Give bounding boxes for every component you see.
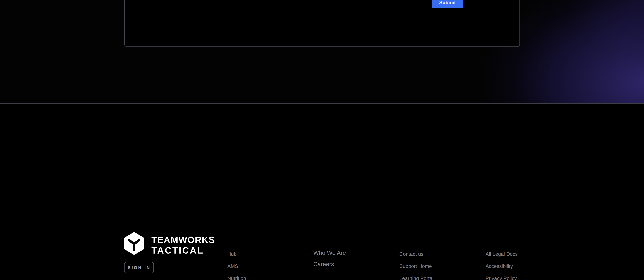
footer-link-hub[interactable]: Hub	[227, 251, 237, 256]
contact-form-card: Submit	[124, 0, 520, 47]
footer-link-careers[interactable]: Careers	[313, 261, 334, 267]
submit-button[interactable]: Submit	[432, 0, 463, 8]
brand-name-line1: TEAMWORKS	[152, 234, 215, 245]
footer-nav-products: Hub AMS Nutrition	[227, 251, 246, 280]
footer-nav-company: Who We Are Careers	[313, 250, 346, 272]
footer-link-contact-us[interactable]: Contact us	[399, 251, 424, 256]
footer-link-all-legal-docs[interactable]: All Legal Docs	[486, 251, 518, 256]
footer-link-ams[interactable]: AMS	[227, 264, 238, 269]
footer-link-who-we-are[interactable]: Who We Are	[313, 250, 346, 256]
footer-nav-legal: All Legal Docs Accessibility Privacy Pol…	[486, 251, 518, 280]
footer-link-support-home[interactable]: Support Home	[399, 264, 432, 269]
footer-link-learning-portal[interactable]: Learning Portal	[399, 276, 434, 280]
footer-link-nutrition[interactable]: Nutrition	[227, 276, 246, 280]
footer-link-privacy-policy[interactable]: Privacy Policy	[486, 276, 517, 280]
footer-link-accessibility[interactable]: Accessibility	[486, 264, 513, 269]
teamworks-logo-icon	[124, 232, 144, 255]
sign-in-button[interactable]: SIGN IN	[124, 262, 154, 273]
page: Submit TEAMWORKS TACTICAL SIGN IN (202) …	[0, 0, 644, 280]
footer-nav-support: Contact us Support Home Learning Portal …	[399, 251, 434, 280]
footer: TEAMWORKS TACTICAL SIGN IN (202) 875-893…	[0, 104, 644, 280]
brand-name-line2: TACTICAL	[152, 245, 215, 256]
brand-wordmark: TEAMWORKS TACTICAL	[152, 234, 215, 256]
page-body-above-footer: Submit	[0, 0, 644, 104]
